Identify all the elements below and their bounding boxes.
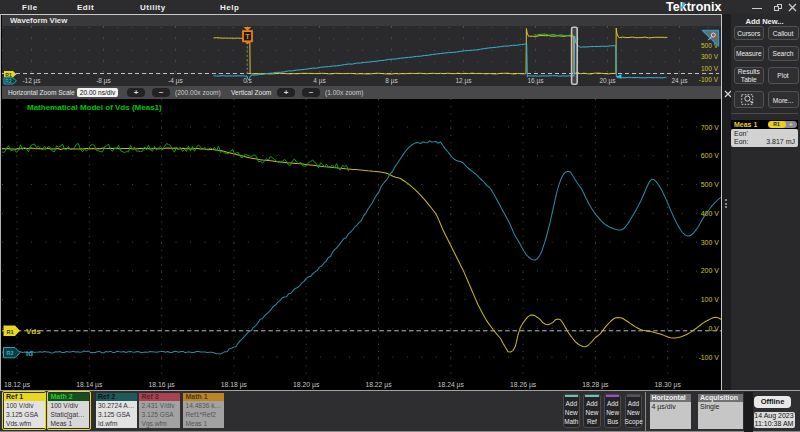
svg-text:18.20 µs: 18.20 µs (293, 381, 320, 389)
svg-text:18.30 µs: 18.30 µs (654, 381, 681, 389)
svg-text:100 V: 100 V (701, 65, 719, 72)
svg-text:Vds: Vds (26, 327, 41, 336)
svg-text:-100 V: -100 V (698, 354, 719, 361)
svg-text:Id: Id (26, 349, 33, 358)
svg-text:18.14 µs: 18.14 µs (76, 381, 103, 389)
svg-text:R2: R2 (6, 350, 13, 356)
svg-text:24 µs: 24 µs (671, 77, 688, 85)
svg-text:-12 µs: -12 µs (22, 77, 41, 85)
svg-text:500 V: 500 V (700, 181, 719, 188)
svg-text:18.26 µs: 18.26 µs (509, 381, 536, 389)
svg-text:Mathematical Model of Vds (Mea: Mathematical Model of Vds (Meas1) (27, 103, 162, 112)
svg-text:18.28 µs: 18.28 µs (582, 381, 609, 389)
svg-text:18.16 µs: 18.16 µs (148, 381, 175, 389)
svg-text:300 V: 300 V (700, 239, 719, 246)
svg-text:700 V: 700 V (700, 124, 719, 131)
svg-text:R1: R1 (5, 72, 12, 78)
svg-text:300 V: 300 V (701, 53, 719, 60)
svg-text:0 V: 0 V (708, 325, 719, 332)
svg-text:-4 µs: -4 µs (168, 77, 183, 85)
svg-text:4 µs: 4 µs (313, 77, 326, 85)
svg-text:200 V: 200 V (700, 267, 719, 274)
svg-text:-8 µs: -8 µs (96, 77, 111, 85)
svg-text:18.22 µs: 18.22 µs (365, 381, 392, 389)
svg-text:8 µs: 8 µs (385, 77, 398, 85)
svg-text:0 s: 0 s (243, 77, 252, 84)
svg-text:600 V: 600 V (700, 152, 719, 159)
svg-text:400 V: 400 V (700, 210, 719, 217)
svg-text:R1: R1 (6, 329, 13, 335)
svg-text:-100 V: -100 V (698, 76, 718, 83)
svg-text:T: T (245, 32, 250, 41)
svg-text:100 V: 100 V (700, 296, 719, 303)
svg-text:12 µs: 12 µs (455, 77, 472, 85)
svg-text:18.24 µs: 18.24 µs (437, 381, 464, 389)
svg-text:18.18 µs: 18.18 µs (220, 381, 247, 389)
svg-text:R2: R2 (5, 78, 12, 84)
svg-text:20 µs: 20 µs (599, 77, 616, 85)
svg-text:16 µs: 16 µs (527, 77, 544, 85)
svg-text:18.12 µs: 18.12 µs (3, 381, 30, 389)
